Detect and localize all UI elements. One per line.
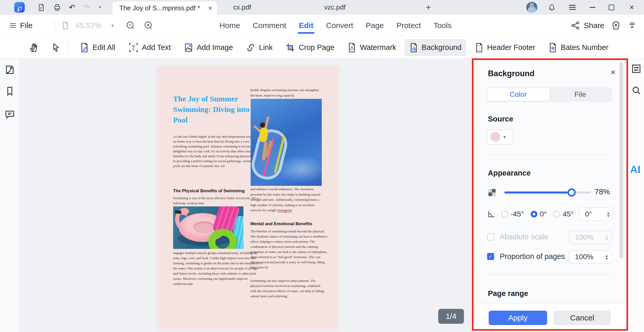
absolute-scale-input[interactable]: 100% ▴▾: [569, 231, 612, 244]
zoom-caret-icon[interactable]: ▾: [111, 15, 114, 36]
print-button[interactable]: [52, 0, 63, 15]
mental-paragraph: The benefits of swimming extend beyond t…: [250, 229, 328, 270]
file-menu-button[interactable]: File: [10, 15, 32, 36]
rotation-0-option[interactable]: 0°: [531, 210, 547, 218]
proportion-checkbox[interactable]: ✓: [487, 253, 494, 260]
page-number-badge: 1/4: [438, 309, 464, 324]
rotation-minus45-option[interactable]: -45°: [501, 210, 524, 218]
new-tab-button[interactable]: +: [421, 0, 436, 15]
select-tool-button[interactable]: [48, 36, 63, 59]
app-menu-button[interactable]: [567, 0, 578, 15]
toolbar-crop-page[interactable]: Crop Page: [281, 39, 339, 56]
menu-page[interactable]: Page: [366, 15, 384, 36]
zoom-out-button[interactable]: [125, 15, 135, 36]
thumbnails-icon: [4, 64, 15, 75]
share-icon[interactable]: [571, 21, 580, 30]
cloud-upload-icon[interactable]: [611, 21, 621, 30]
menu-comment[interactable]: Comment: [253, 15, 286, 36]
toolbar-items: Edit All Add Text Add Image Link Crop Pa…: [75, 36, 617, 59]
apply-button[interactable]: Apply: [489, 311, 547, 325]
toolbar-link[interactable]: Link: [241, 39, 277, 56]
tab-color[interactable]: Color: [487, 88, 549, 101]
toolbar-watermark[interactable]: Watermark: [343, 39, 401, 56]
check-icon: ✓: [489, 254, 493, 259]
crop-page-icon: [285, 42, 295, 53]
comments-button[interactable]: [4, 109, 15, 120]
edit-toolbar: Edit All Add Text Add Image Link Crop Pa…: [0, 36, 644, 59]
menu-convert[interactable]: Convert: [326, 15, 353, 36]
hand-icon: [29, 42, 39, 54]
minimize-button[interactable]: [587, 0, 598, 15]
panel-close-button[interactable]: ×: [607, 66, 619, 78]
endurance-paragraph: and enhance overall endurance. The resis…: [250, 187, 324, 213]
app-logo-icon[interactable]: ℘: [14, 2, 25, 13]
proportion-input[interactable]: 100% ▴▾: [569, 250, 612, 264]
maximize-button[interactable]: [606, 0, 617, 15]
hamburger-icon: [569, 5, 576, 10]
tab-vzc-pdf[interactable]: vzc.pdf: [300, 0, 370, 15]
background-icon: [409, 42, 418, 53]
toolbar-background[interactable]: Background: [404, 39, 466, 56]
page-thumbnails-button[interactable]: [4, 64, 15, 75]
menu-home[interactable]: Home: [219, 15, 240, 36]
mental-benefits-heading: Mental and Emotional Benefits: [250, 221, 312, 226]
share-label[interactable]: Share: [584, 21, 604, 30]
opacity-slider-fill: [504, 191, 572, 194]
tab-file[interactable]: File: [549, 88, 611, 101]
undo-history-caret[interactable]: ▾: [94, 0, 106, 15]
maximize-icon: [609, 5, 614, 10]
ai-assistant-button[interactable]: AI: [630, 164, 640, 175]
link-icon: [246, 42, 256, 53]
header-footer-icon: [474, 42, 484, 53]
tab-current-document[interactable]: The Joy of S...mpress.pdf * ×: [113, 2, 217, 15]
notifications-button[interactable]: [546, 0, 557, 15]
close-window-button[interactable]: ×: [626, 0, 637, 15]
absolute-scale-checkbox[interactable]: [487, 233, 494, 240]
zoom-level-value[interactable]: 45.57%: [75, 15, 101, 36]
new-document-button[interactable]: [36, 0, 47, 15]
spinner-arrows[interactable]: ▴▾: [606, 254, 608, 260]
fit-page-icon[interactable]: [61, 21, 69, 30]
collapse-toolbar-icon[interactable]: [628, 21, 636, 30]
toolbar-add-text[interactable]: Add Text: [124, 39, 175, 56]
cursor-icon: [51, 42, 61, 53]
flamingo-float-photo: [173, 206, 243, 249]
color-swatch-button[interactable]: ▾: [487, 129, 513, 145]
toolbar-bates-number[interactable]: Bates Number: [544, 39, 613, 56]
properties-panel-button[interactable]: [631, 63, 642, 74]
search-button[interactable]: [631, 85, 642, 96]
toolbar-header-footer[interactable]: Header Footer: [470, 39, 540, 56]
absolute-scale-label: Absolute scale: [500, 233, 548, 241]
proportion-label: Proportion of pages: [500, 252, 565, 261]
spinner-arrows[interactable]: ▴▾: [606, 234, 608, 240]
color-swatch: [490, 132, 500, 142]
pdf-page[interactable]: The Joy of Summer Swimming: Diving into …: [156, 65, 339, 330]
menu-edit[interactable]: Edit: [299, 15, 313, 36]
panel-footer: Apply Cancel: [473, 304, 628, 332]
user-avatar[interactable]: [526, 2, 537, 13]
panel-divider: [488, 274, 613, 275]
bookmarks-button[interactable]: [4, 86, 15, 97]
sliders-icon: [631, 63, 642, 74]
toolbar-edit-all[interactable]: Edit All: [75, 39, 120, 56]
tab-close-icon[interactable]: ×: [208, 4, 212, 12]
file-hamburger-icon: [10, 23, 16, 28]
rotation-input[interactable]: 0° ▴▾: [579, 207, 613, 221]
spinner-arrows[interactable]: ▴▾: [607, 211, 609, 217]
undo-button[interactable]: ↶: [66, 0, 78, 15]
menu-tools[interactable]: Tools: [434, 15, 452, 36]
opacity-slider[interactable]: [504, 191, 591, 194]
toolbar-add-image[interactable]: Add Image: [179, 39, 238, 56]
zoom-in-button[interactable]: [143, 15, 154, 36]
opacity-slider-handle[interactable]: [567, 188, 576, 197]
cancel-button[interactable]: Cancel: [554, 311, 611, 325]
background-panel: Background × Color File Source ▾ Appeara…: [473, 59, 628, 332]
redo-button[interactable]: ↷: [81, 0, 92, 15]
tab-cx-pdf[interactable]: cx.pdf: [218, 0, 267, 15]
rotation-45-option[interactable]: 45°: [553, 210, 573, 218]
bates-number-icon: [548, 42, 557, 53]
hand-tool-button[interactable]: [26, 36, 42, 59]
menu-protect[interactable]: Protect: [396, 15, 421, 36]
panel-scrollbar[interactable]: [620, 62, 623, 258]
swatch-caret-icon: ▾: [503, 134, 506, 140]
